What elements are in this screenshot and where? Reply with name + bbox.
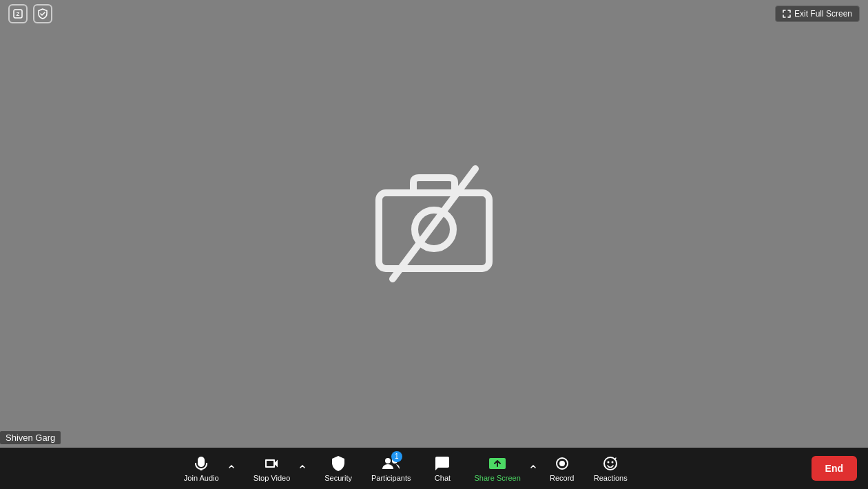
- reactions-icon: [601, 455, 620, 472]
- participants-label: Participants: [371, 474, 411, 482]
- bottom-toolbar: Join Audio Stop Video: [0, 448, 868, 489]
- stop-video-label: Stop Video: [254, 474, 291, 482]
- record-icon: [552, 455, 572, 472]
- main-video-area: [0, 0, 868, 448]
- top-left-icons: Z: [8, 4, 52, 23]
- zoom-logo-btn[interactable]: Z: [8, 4, 28, 23]
- svg-point-12: [612, 461, 614, 463]
- svg-point-5: [385, 458, 391, 464]
- participant-name-label: Shiven Garg: [0, 431, 61, 444]
- join-audio-button[interactable]: Join Audio: [176, 452, 227, 485]
- chat-icon: [433, 455, 452, 472]
- security-label: Security: [324, 474, 352, 482]
- record-label: Record: [550, 474, 574, 482]
- record-button[interactable]: Record: [541, 452, 583, 485]
- participant-count-badge: 1: [391, 451, 402, 462]
- share-screen-chevron[interactable]: [528, 459, 539, 478]
- svg-line-4: [393, 169, 475, 279]
- stop-video-button[interactable]: Stop Video: [245, 452, 299, 485]
- share-screen-button[interactable]: Share Screen: [466, 452, 528, 485]
- end-button[interactable]: End: [812, 456, 857, 481]
- participants-icon: 1: [382, 455, 401, 472]
- share-screen-label: Share Screen: [474, 474, 520, 482]
- reactions-button[interactable]: Reactions: [586, 452, 636, 485]
- exit-full-screen-button[interactable]: Exit Full Screen: [775, 6, 860, 22]
- chat-button[interactable]: Chat: [422, 452, 463, 485]
- join-audio-chevron[interactable]: [226, 459, 237, 478]
- participants-button[interactable]: 1 Participants: [363, 452, 419, 485]
- security-button[interactable]: Security: [316, 452, 360, 485]
- join-audio-icon: [192, 455, 211, 472]
- security-icon: [329, 455, 348, 472]
- toolbar-items: Join Audio Stop Video: [0, 452, 812, 485]
- svg-point-11: [608, 461, 610, 463]
- top-bar: Z Exit Full Screen: [0, 0, 868, 28]
- join-audio-label: Join Audio: [184, 474, 219, 482]
- svg-rect-2: [379, 193, 489, 269]
- stop-video-chevron[interactable]: [297, 459, 308, 478]
- camera-off-icon: [365, 165, 503, 282]
- stop-video-icon: [262, 455, 281, 472]
- svg-text:Z: Z: [17, 11, 20, 17]
- svg-point-9: [559, 461, 565, 466]
- share-screen-icon: [488, 455, 507, 472]
- exit-full-screen-label: Exit Full Screen: [794, 9, 852, 19]
- chat-label: Chat: [435, 474, 451, 482]
- shield-btn[interactable]: [33, 4, 52, 23]
- reactions-label: Reactions: [594, 474, 628, 482]
